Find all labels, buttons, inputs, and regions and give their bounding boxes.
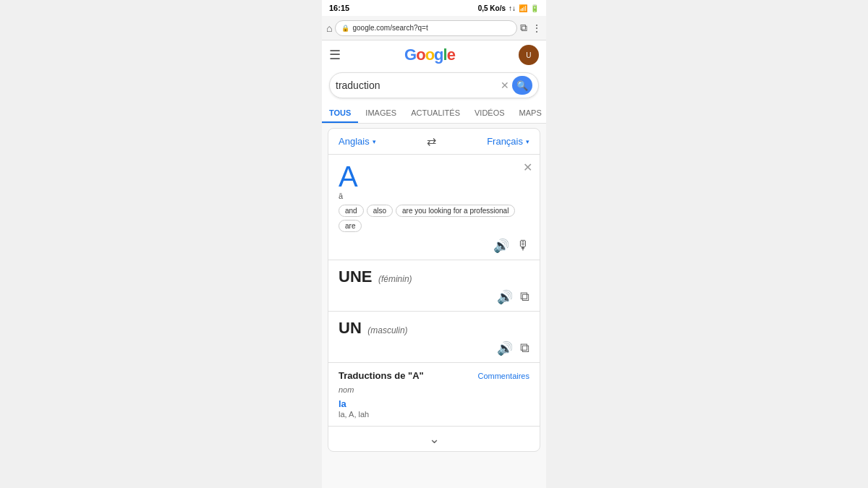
listen-un-icon[interactable]: 🔊 bbox=[497, 341, 513, 356]
target-lang-label: Français bbox=[487, 136, 523, 147]
logo-g2: g bbox=[434, 46, 443, 64]
source-suggestions: and also are you looking for a professio… bbox=[339, 205, 529, 232]
wifi-icon: 📶 bbox=[519, 4, 527, 12]
source-actions: 🔊 🎙 bbox=[339, 238, 529, 254]
avatar-letter: U bbox=[526, 51, 531, 59]
source-area: ✕ A ā and also are you looking for a pro… bbox=[328, 155, 540, 260]
mic-source-icon[interactable]: 🎙 bbox=[516, 238, 529, 254]
network-speed: 0,5 Ko/s bbox=[478, 4, 506, 12]
suggestion-professional[interactable]: are you looking for a professional bbox=[396, 205, 515, 217]
result-une-gender: (féminin) bbox=[378, 274, 412, 284]
translation-widget: Anglais ▾ ⇄ Français ▾ ✕ A ā and also ar… bbox=[328, 128, 540, 452]
lock-icon: 🔒 bbox=[341, 25, 349, 32]
result-une-word: UNE bbox=[339, 267, 372, 286]
status-bar: 16:15 0,5 Ko/s ↑↓ 📶 🔋 bbox=[322, 0, 546, 16]
suggestion-also[interactable]: also bbox=[367, 205, 393, 217]
result-un-header: UN (masculin) bbox=[339, 319, 529, 338]
search-button[interactable]: 🔍 bbox=[512, 76, 532, 95]
hamburger-icon[interactable]: ☰ bbox=[329, 47, 341, 63]
browser-toolbar: ⌂ 🔒 google.com/search?q=t ⧉ ⋮ bbox=[322, 16, 546, 40]
clear-icon[interactable]: ✕ bbox=[501, 80, 509, 91]
tab-videos[interactable]: VIDÉOS bbox=[467, 103, 512, 123]
translations-section: Traductions de "A" Commentaires nom la l… bbox=[328, 363, 540, 426]
url-text: google.com/search?q=t bbox=[352, 24, 427, 32]
home-icon[interactable]: ⌂ bbox=[326, 22, 332, 34]
close-source-button[interactable]: ✕ bbox=[523, 160, 532, 174]
target-lang-selector[interactable]: Français ▾ bbox=[487, 136, 529, 147]
result-une-header: UNE (féminin) bbox=[339, 267, 529, 286]
source-lang-chevron: ▾ bbox=[373, 138, 376, 145]
source-text: A bbox=[339, 162, 529, 191]
tabs-icon[interactable]: ⧉ bbox=[520, 22, 527, 34]
commentaires-link[interactable]: Commentaires bbox=[477, 372, 529, 380]
tab-images[interactable]: IMAGES bbox=[358, 103, 404, 123]
menu-icon[interactable]: ⋮ bbox=[532, 22, 542, 34]
pos-label: nom bbox=[339, 385, 529, 394]
translations-header: Traductions de "A" Commentaires bbox=[339, 370, 529, 381]
logo-e: e bbox=[447, 46, 455, 64]
phone-frame: 16:15 0,5 Ko/s ↑↓ 📶 🔋 ⌂ 🔒 google.com/sea… bbox=[322, 0, 546, 488]
copy-une-icon[interactable]: ⧉ bbox=[520, 289, 529, 305]
search-input[interactable]: traduction bbox=[336, 80, 501, 91]
browser-actions: ⧉ ⋮ bbox=[520, 22, 542, 34]
search-container: traduction ✕ 🔍 bbox=[322, 69, 546, 103]
logo-o1: o bbox=[416, 46, 425, 64]
main-translation-word[interactable]: la bbox=[339, 398, 346, 409]
time: 16:15 bbox=[329, 4, 349, 12]
suggestion-are[interactable]: are bbox=[339, 220, 362, 232]
main-translation-row: la bbox=[339, 397, 529, 410]
avatar[interactable]: U bbox=[519, 45, 539, 65]
search-box: traduction ✕ 🔍 bbox=[329, 72, 539, 98]
google-header: ☰ G o o g l e U bbox=[322, 40, 546, 69]
source-lang-label: Anglais bbox=[339, 136, 370, 147]
result-un-gender: (masculin) bbox=[367, 325, 407, 335]
source-lang-selector[interactable]: Anglais ▾ bbox=[339, 136, 376, 147]
logo-g: G bbox=[404, 46, 416, 64]
tabs-bar: TOUS IMAGES ACTUALITÉS VIDÉOS MAPS bbox=[322, 103, 546, 124]
result-un-word: UN bbox=[339, 319, 362, 337]
translations-title: Traductions de "A" bbox=[339, 370, 424, 381]
listen-une-icon[interactable]: 🔊 bbox=[497, 289, 513, 305]
listen-source-icon[interactable]: 🔊 bbox=[493, 238, 509, 254]
expand-button[interactable]: ⌄ bbox=[429, 431, 440, 447]
swap-languages-icon[interactable]: ⇄ bbox=[427, 134, 436, 148]
result-un-block: UN (masculin) 🔊 ⧉ bbox=[328, 312, 540, 363]
tab-maps[interactable]: MAPS bbox=[512, 103, 546, 123]
battery-icon: 🔋 bbox=[530, 4, 539, 12]
signal-icon: ↑↓ bbox=[509, 4, 516, 12]
lang-bar: Anglais ▾ ⇄ Français ▾ bbox=[328, 129, 540, 155]
result-un-actions: 🔊 ⧉ bbox=[339, 341, 529, 356]
url-bar[interactable]: 🔒 google.com/search?q=t bbox=[335, 20, 517, 36]
tab-actualites[interactable]: ACTUALITÉS bbox=[404, 103, 467, 123]
result-une-actions: 🔊 ⧉ bbox=[339, 289, 529, 305]
logo-o2: o bbox=[425, 46, 434, 64]
target-lang-chevron: ▾ bbox=[526, 138, 529, 145]
status-right: 0,5 Ko/s ↑↓ 📶 🔋 bbox=[478, 4, 539, 12]
page-content: ☰ G o o g l e U traduction ✕ 🔍 bbox=[322, 40, 546, 488]
translation-alts: la, A, lah bbox=[339, 410, 529, 419]
expand-row: ⌄ bbox=[328, 426, 540, 451]
result-une-block: UNE (féminin) 🔊 ⧉ bbox=[328, 260, 540, 312]
search-icon: 🔍 bbox=[516, 80, 528, 91]
suggestion-and[interactable]: and bbox=[339, 205, 364, 217]
google-logo: G o o g l e bbox=[404, 46, 455, 64]
source-phonetic: ā bbox=[339, 192, 529, 200]
copy-un-icon[interactable]: ⧉ bbox=[520, 341, 529, 356]
tab-tous[interactable]: TOUS bbox=[322, 103, 358, 123]
